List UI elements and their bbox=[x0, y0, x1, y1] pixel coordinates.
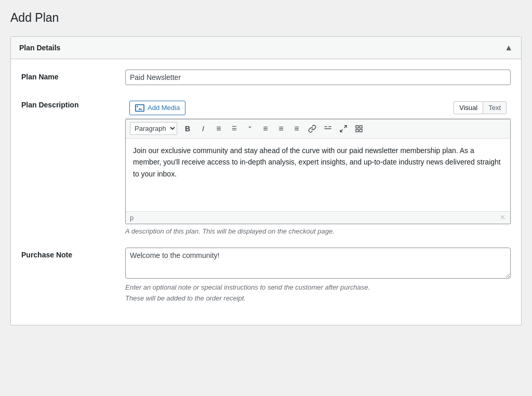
add-media-button[interactable]: Add Media bbox=[129, 101, 185, 115]
purchase-note-help-line2: These will be added to the order receipt… bbox=[125, 294, 511, 302]
purchase-note-field: Welcome to the community! Enter an optio… bbox=[125, 248, 511, 302]
plan-description-row: Plan Description Add Media Visual Text bbox=[21, 98, 511, 235]
svg-rect-8 bbox=[356, 129, 358, 132]
svg-rect-3 bbox=[328, 126, 331, 127]
resize-handle[interactable]: ⇱ bbox=[501, 215, 506, 220]
plan-description-help: A description of this plan. This will be… bbox=[125, 227, 511, 235]
purchase-note-row: Purchase Note Welcome to the community! … bbox=[21, 248, 511, 302]
page-title: Add Plan bbox=[10, 10, 522, 26]
editor-status-bar: p ⇱ bbox=[126, 211, 510, 224]
align-left-button[interactable]: ≡ bbox=[258, 122, 273, 135]
text-tab[interactable]: Text bbox=[483, 101, 507, 114]
svg-rect-7 bbox=[360, 126, 362, 128]
bold-button[interactable]: B bbox=[180, 122, 195, 135]
editor-topbar: Add Media Visual Text bbox=[125, 98, 511, 119]
svg-rect-9 bbox=[360, 129, 362, 132]
unordered-list-button[interactable]: ≡ bbox=[211, 122, 226, 135]
blockquote-button[interactable]: “ bbox=[243, 122, 257, 135]
editor-tag-indicator: p bbox=[130, 214, 134, 222]
editor-toolbar: Paragraph B I ≡ ☰ “ ≡ ≡ ≡ bbox=[126, 119, 510, 139]
ordered-list-button[interactable]: ☰ bbox=[227, 122, 242, 135]
visual-text-tabs: Visual Text bbox=[454, 101, 507, 114]
purchase-note-textarea[interactable]: Welcome to the community! bbox=[125, 248, 511, 279]
link-button[interactable] bbox=[305, 122, 320, 135]
panel-body: Plan Name Plan Description Add Media bbox=[11, 59, 521, 325]
svg-rect-6 bbox=[356, 126, 358, 128]
plan-name-label: Plan Name bbox=[21, 70, 115, 81]
svg-rect-2 bbox=[324, 126, 327, 127]
panel-toggle-icon[interactable]: ▲ bbox=[504, 43, 513, 52]
panel-header-title: Plan Details bbox=[19, 44, 60, 52]
purchase-note-label: Purchase Note bbox=[21, 248, 115, 259]
plan-name-input[interactable] bbox=[125, 70, 511, 85]
add-media-icon bbox=[135, 103, 144, 113]
add-media-label: Add Media bbox=[148, 104, 180, 112]
purchase-note-help-line1: Enter an optional note or special instru… bbox=[125, 283, 511, 291]
plan-description-field: Add Media Visual Text Paragraph B bbox=[125, 98, 511, 235]
visual-tab[interactable]: Visual bbox=[454, 101, 483, 114]
panel-header[interactable]: Plan Details ▲ bbox=[11, 37, 521, 59]
svg-line-5 bbox=[340, 129, 343, 132]
plan-details-panel: Plan Details ▲ Plan Name Plan Descriptio… bbox=[10, 36, 522, 325]
show-blocks-button[interactable] bbox=[352, 122, 366, 135]
paragraph-select[interactable]: Paragraph bbox=[130, 122, 177, 135]
italic-button[interactable]: I bbox=[196, 122, 210, 135]
horizontal-rule-button[interactable] bbox=[321, 122, 335, 135]
svg-rect-1 bbox=[324, 128, 331, 129]
svg-point-0 bbox=[137, 106, 138, 107]
align-right-button[interactable]: ≡ bbox=[289, 122, 304, 135]
align-center-button[interactable]: ≡ bbox=[274, 122, 288, 135]
plan-name-field bbox=[125, 70, 511, 85]
editor-paragraph: Join our exclusive community and stay ah… bbox=[133, 145, 503, 180]
plan-description-label: Plan Description bbox=[21, 98, 115, 109]
plan-name-row: Plan Name bbox=[21, 70, 511, 85]
svg-line-4 bbox=[344, 126, 347, 128]
editor-content-area[interactable]: Join our exclusive community and stay ah… bbox=[126, 139, 510, 211]
fullscreen-button[interactable] bbox=[336, 122, 351, 135]
editor-container: Paragraph B I ≡ ☰ “ ≡ ≡ ≡ bbox=[125, 119, 511, 224]
